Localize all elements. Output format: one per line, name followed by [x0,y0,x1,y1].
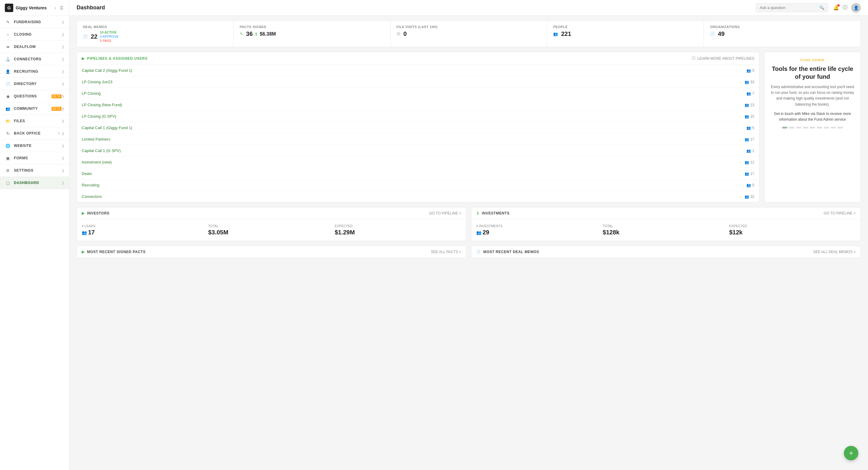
pipeline-row[interactable]: Connectors 👥 32 [77,191,759,202]
see-all-pacts-link[interactable]: SEE ALL PACTS > [431,250,461,254]
pipeline-name: Capital Call 1 (G SPV) [82,149,121,153]
fund-admin-dot-4[interactable] [810,127,815,128]
pipeline-row[interactable]: LP Closing Jun23 👥 33 [77,76,759,88]
investors-go-to-pipeline-link[interactable]: GO TO PIPELINE > [429,211,461,215]
pipeline-row[interactable]: Capital Call 1 (G SPV) 👥 1 [77,145,759,157]
stat-file-visits: FILE VISITS (last 24h) 🖸 0 [391,21,548,47]
search-bar[interactable]: 🔍 [756,3,828,12]
sidebar-item-dashboard[interactable]: ▢ DASHBOARD ❯ [0,177,69,189]
pipeline-row[interactable]: Deals 👥 17 [77,168,759,180]
fund-admin-dot-6[interactable] [824,127,829,128]
pipeline-row[interactable]: Capital Call 2 (Giggy Fund 1) 👥 5 [77,65,759,76]
fund-admin-dot-3[interactable] [803,127,808,128]
pipeline-users-icon: 👥 [745,137,749,142]
stat-organizations: ORGANIZATIONS 📄 49 [704,21,861,47]
sidebar-item-directory[interactable]: 📄 DIRECTORY ❯ [0,78,69,90]
sidebar-collapse-button[interactable]: ‹ [54,5,57,11]
pipeline-name: LP Closing (New Fund) [82,102,122,107]
dashboard-nav-icon: ▢ [5,180,11,186]
directory-nav-icon: 📄 [5,81,11,87]
pipeline-row[interactable]: LP Closing (G SPV) 👥 15 [77,111,759,122]
fund-admin-cta: Get in touch with Mike via Slack to rece… [771,111,855,123]
stat-deal-memos-value: 22 [91,33,97,40]
community-beta-badge: BETA [52,107,62,111]
pipeline-name: LP Closing Jun23 [82,80,113,84]
fund-admin-dot-2[interactable] [796,127,801,128]
sidebar-menu-button[interactable]: ☰ [59,5,64,11]
pipeline-users-count: 5 [752,126,754,130]
fund-admin-dot-0[interactable] [782,127,787,128]
signed-pacts-icon: ▶ [82,250,85,254]
investors-card-title: ▶ INVESTORS [82,211,110,215]
stat-people-label: PEOPLE [553,25,698,29]
help-button[interactable]: ⓘ [843,4,847,11]
pipelines-label: PIPELINES & ASSIGNED USERS [87,56,148,61]
learn-more-link[interactable]: ⓘ LEARN MORE ABOUT PIPELINES [692,56,754,61]
sidebar-item-label-questions: QUESTIONS [14,94,50,98]
fund-admin-dot-7[interactable] [831,127,836,128]
investments-go-to-pipeline-link[interactable]: GO TO PIPELINE > [824,211,856,215]
pipeline-users-icon: 👥 [746,149,751,153]
sidebar-item-closing[interactable]: ○ CLOSING ❯ [0,28,69,41]
investors-leads-value: 👥 17 [82,229,208,236]
sidebar-item-community[interactable]: 👥 COMMUNITY BETA ❯ [0,102,69,115]
notifications-button[interactable]: 🔔 [833,5,839,10]
see-all-deal-memos-link[interactable]: SEE ALL DEAL MEMOS > [813,250,856,254]
avatar-placeholder: 👤 [854,5,859,10]
sidebar-item-questions[interactable]: ◉ QUESTIONS BETA ❯ [0,90,69,102]
investors-total-value: $3.05M [208,229,335,236]
avatar[interactable]: 👤 [851,3,861,13]
sidebar-item-dealflow[interactable]: ➥ DEALFLOW ❯ [0,41,69,53]
pipeline-list: Capital Call 2 (Giggy Fund 1) 👥 5 LP Clo… [77,65,759,202]
stat-organizations-row: 📄 49 [710,30,855,37]
sidebar-item-back-office[interactable]: ↻ BACK OFFICE ↻ ❯ [0,127,69,140]
sidebar-item-settings[interactable]: ⚙ SETTINGS ❯ [0,164,69,177]
fund-admin-dot-1[interactable] [789,127,795,128]
logo-letter: G [7,5,11,10]
pipeline-users-count: 13 [750,103,754,107]
sidebar-item-website[interactable]: 🌐 WEBSITE ❯ [0,140,69,152]
fab-button[interactable]: + [844,446,858,460]
investors-card-header: ▶ INVESTORS GO TO PIPELINE > [77,208,466,219]
sidebar-item-files[interactable]: 📁 FILES ❯ [0,115,69,127]
sidebar-item-label-back-office: BACK OFFICE [14,131,58,135]
settings-chevron-icon: ❯ [62,169,64,173]
stat-deal-memos-label: DEAL MEMOS [83,25,227,29]
sidebar-item-label-dashboard: DASHBOARD [14,181,62,185]
pipeline-row[interactable]: Limited Partners 👥 17 [77,134,759,145]
sidebar-item-forms[interactable]: ▣ FORMS ❯ [0,152,69,164]
pipeline-users: 👥 12 [745,160,754,164]
pipeline-row[interactable]: Investment (new) 👥 12 [77,157,759,168]
pipeline-users-icon: 👥 [746,68,751,73]
search-input[interactable] [760,5,817,10]
sidebar-item-connectors[interactable]: ⚓ CONNECTORS ❯ [0,53,69,65]
sidebar-item-fundraising[interactable]: ✎ FUNDRAISING ❯ [0,16,69,28]
fund-admin-dot-8[interactable] [838,127,843,128]
sidebar-item-label-settings: SETTINGS [14,168,62,173]
closing-chevron-icon: ❯ [62,33,64,36]
deal-memos-card: 📄 MOST RECENT DEAL MEMOS SEE ALL DEAL ME… [471,246,861,258]
pipeline-users-icon: 👥 [745,80,749,84]
leads-number: 17 [88,229,95,236]
signed-pacts-card: ▶ MOST RECENT SIGNED PACTS SEE ALL PACTS… [76,246,466,258]
pipeline-row[interactable]: LP Closing 👥 7 [77,88,759,99]
pipeline-users: 👥 5 [746,68,754,73]
pipeline-row[interactable]: Recruiting 👥 5 [77,180,759,191]
sidebar: G Giggy Ventures ‹ ☰ ✎ FUNDRAISING ❯ ○ C… [0,0,69,470]
pipeline-row[interactable]: Capital Call 1 (Giggy Fund 1) 👥 5 [77,122,759,134]
pipeline-name: Capital Call 1 (Giggy Fund 1) [82,125,132,130]
pipeline-name: Recruiting [82,183,99,187]
pipeline-row[interactable]: LP Closing (New Fund) 👥 13 [77,99,759,111]
stat-pacts-row: ✎ 36 $ $6.38M [240,30,384,37]
sidebar-item-recruiting[interactable]: 👤 RECRUITING ❯ [0,65,69,78]
help-icon: ⓘ [843,5,847,10]
notification-dot [837,4,840,7]
investments-expected: EXPECTED $12k [729,224,856,236]
investments-total: TOTAL $128k [602,224,729,236]
investments-count: # INVESTMENTS 👥 29 [476,224,602,236]
investments-label: INVESTMENTS [482,211,510,215]
investments-expected-label: EXPECTED [729,224,856,228]
fund-admin-dot-5[interactable] [817,127,822,128]
pipelines-card: ▶ PIPELINES & ASSIGNED USERS ⓘ LEARN MOR… [76,52,760,202]
investments-users-icon: 👥 [476,230,482,235]
